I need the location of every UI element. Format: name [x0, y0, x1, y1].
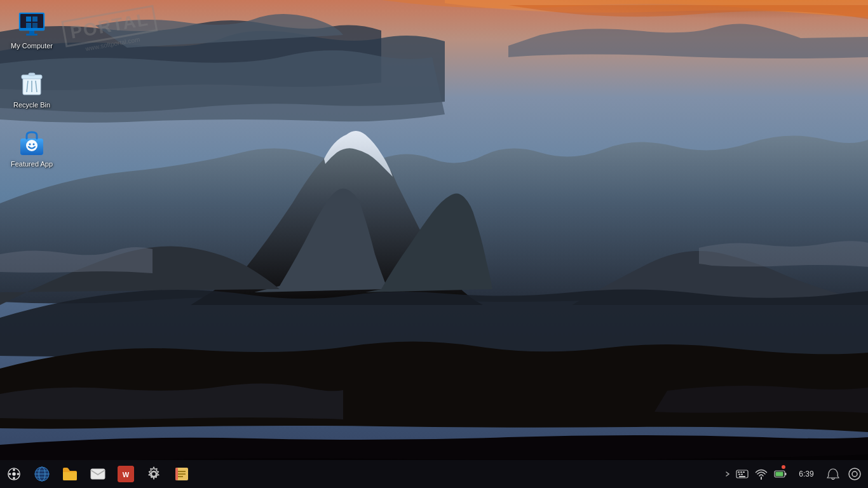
my-computer-label: My Computer — [11, 42, 53, 50]
tray-keyboard[interactable] — [733, 460, 751, 488]
svg-rect-13 — [29, 73, 35, 76]
my-computer-image — [17, 9, 47, 39]
svg-rect-53 — [776, 472, 783, 477]
svg-rect-52 — [785, 473, 787, 475]
battery-notification-dot — [782, 465, 785, 469]
action-center-button[interactable] — [844, 460, 865, 488]
featured-app-label: Featured App — [11, 160, 53, 168]
mail-icon — [90, 466, 106, 482]
featured-app-icon[interactable]: Featured App — [6, 125, 57, 171]
settings-icon — [146, 466, 162, 482]
svg-rect-9 — [26, 34, 37, 36]
tray-wifi[interactable] — [752, 460, 770, 488]
svg-point-38 — [151, 471, 156, 477]
svg-point-55 — [852, 471, 857, 477]
svg-rect-50 — [739, 476, 745, 477]
svg-point-23 — [12, 472, 16, 476]
recycle-bin-label: Recycle Bin — [13, 101, 50, 109]
svg-rect-3 — [20, 14, 43, 28]
svg-point-24 — [13, 469, 15, 471]
svg-rect-8 — [29, 30, 34, 34]
svg-rect-6 — [26, 23, 31, 28]
wps-icon: W — [118, 466, 134, 482]
taskbar-settings[interactable] — [140, 460, 168, 488]
my-computer-icon[interactable]: My Computer — [6, 6, 57, 53]
start-button[interactable] — [0, 460, 28, 488]
folder-icon — [62, 466, 78, 482]
svg-point-27 — [17, 473, 20, 475]
tray-battery[interactable] — [771, 460, 789, 488]
taskbar-wps[interactable]: W — [112, 460, 140, 488]
mountain-scene — [0, 0, 868, 488]
system-clock[interactable]: 6:39 — [790, 460, 822, 488]
svg-rect-48 — [738, 474, 740, 475]
tray-notifications[interactable] — [824, 460, 843, 488]
svg-rect-46 — [740, 471, 742, 473]
taskbar-notes[interactable] — [168, 460, 196, 488]
svg-rect-47 — [743, 471, 745, 473]
recycle-bin-icon[interactable]: Recycle Bin — [6, 65, 57, 112]
svg-point-19 — [26, 140, 37, 151]
recycle-bin-image — [17, 68, 47, 98]
svg-point-26 — [9, 473, 11, 475]
svg-rect-49 — [741, 474, 743, 475]
desktop: PORTAL www.softportal.com — [0, 0, 868, 488]
svg-text:W: W — [123, 471, 130, 478]
system-tray: 6:39 — [723, 460, 868, 488]
svg-rect-7 — [32, 23, 37, 28]
svg-rect-45 — [738, 471, 740, 473]
svg-rect-4 — [26, 17, 31, 22]
notes-icon — [173, 466, 190, 482]
taskbar-browser[interactable] — [28, 460, 56, 488]
svg-point-54 — [849, 468, 860, 480]
featured-app-image — [17, 127, 47, 158]
svg-rect-5 — [32, 17, 37, 22]
svg-point-25 — [13, 477, 15, 480]
clock-time: 6:39 — [799, 470, 813, 478]
taskbar: W — [0, 460, 868, 488]
svg-point-20 — [29, 144, 31, 146]
svg-rect-43 — [175, 468, 178, 480]
svg-rect-34 — [91, 469, 105, 479]
taskbar-files[interactable] — [56, 460, 84, 488]
tray-overflow-button[interactable] — [723, 460, 732, 488]
taskbar-apps: W — [28, 460, 723, 488]
svg-point-21 — [33, 144, 35, 146]
desktop-icons: My Computer Recycle Bin — [0, 0, 64, 191]
browser-icon — [34, 466, 50, 482]
taskbar-mail[interactable] — [84, 460, 112, 488]
